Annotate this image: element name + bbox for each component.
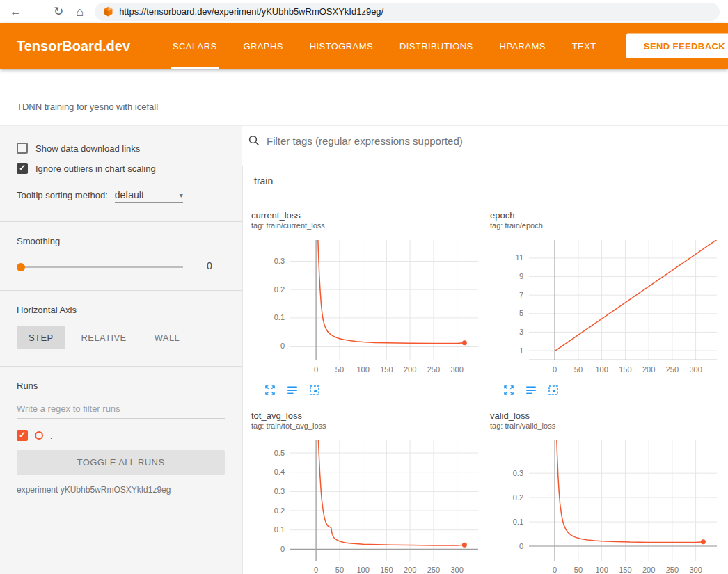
svg-text:100: 100 xyxy=(356,365,369,374)
svg-text:3: 3 xyxy=(519,328,523,336)
runs-filter-input[interactable] xyxy=(17,399,225,419)
axis-button-relative[interactable]: RELATIVE xyxy=(70,326,139,349)
chart-tag: tag: train/valid_loss xyxy=(490,421,727,431)
smoothing-label: Smoothing xyxy=(17,236,225,246)
svg-text:0: 0 xyxy=(280,342,285,350)
run-row[interactable]: . xyxy=(17,430,225,441)
chart-plot-epoch[interactable]: 1357911050100150200250300 xyxy=(490,237,721,378)
horizontal-axis-section: Horizontal Axis STEPRELATIVEWALL xyxy=(17,291,225,366)
main-panel: train current_losstag: train/current_los… xyxy=(242,126,728,574)
ignore-outliers-checkbox[interactable] xyxy=(17,163,28,174)
svg-text:100: 100 xyxy=(356,566,369,574)
svg-text:250: 250 xyxy=(427,566,440,574)
svg-text:50: 50 xyxy=(574,365,583,374)
svg-text:200: 200 xyxy=(404,566,416,574)
chart-title: tot_avg_loss xyxy=(251,410,488,421)
svg-text:0.2: 0.2 xyxy=(274,285,285,294)
tooltip-sorting-row: Tooltip sorting method: default ▾ xyxy=(17,189,225,203)
svg-text:300: 300 xyxy=(689,566,702,574)
experiment-description-bar: TDNN training for yesno with icefall xyxy=(0,69,728,125)
fit-domain-icon[interactable] xyxy=(308,384,321,397)
tab-histograms[interactable]: HISTOGRAMS xyxy=(296,23,386,69)
chart-plot-tot_avg_loss[interactable]: 00.10.20.30.40.5050100150200250300 xyxy=(251,437,482,574)
train-card: train current_losstag: train/current_los… xyxy=(242,166,728,574)
show-download-links-label: Show data download links xyxy=(35,143,140,154)
svg-text:11: 11 xyxy=(516,253,523,262)
svg-text:0: 0 xyxy=(280,545,285,553)
chart-card-current_loss: current_losstag: train/current_loss00.10… xyxy=(251,210,488,397)
run-checkbox[interactable] xyxy=(17,430,28,441)
reload-icon[interactable]: ↻ xyxy=(54,6,63,17)
chart-tag: tag: train/tot_avg_loss xyxy=(251,421,488,431)
chart-toolbar xyxy=(264,384,488,397)
svg-text:300: 300 xyxy=(450,566,463,574)
svg-text:0: 0 xyxy=(314,365,318,374)
svg-text:0: 0 xyxy=(314,566,318,574)
chart-tag: tag: train/current_loss xyxy=(251,221,488,231)
svg-text:50: 50 xyxy=(335,566,344,574)
expand-icon[interactable] xyxy=(503,384,515,397)
home-icon[interactable]: ⌂ xyxy=(76,6,84,18)
filter-tags-input[interactable] xyxy=(267,135,728,147)
axis-button-step[interactable]: STEP xyxy=(17,326,65,349)
charts-grid: current_losstag: train/current_loss00.10… xyxy=(243,196,728,574)
runs-table-icon[interactable] xyxy=(525,384,537,397)
svg-text:200: 200 xyxy=(404,365,416,374)
svg-text:1: 1 xyxy=(519,346,523,355)
svg-text:50: 50 xyxy=(574,566,583,574)
chart-title: valid_loss xyxy=(490,410,727,421)
svg-text:250: 250 xyxy=(427,365,440,374)
tab-distributions[interactable]: DISTRIBUTIONS xyxy=(386,23,486,69)
smoothing-slider-thumb[interactable] xyxy=(17,263,25,271)
tooltip-sorting-dropdown[interactable]: default ▾ xyxy=(115,189,183,203)
axis-button-wall[interactable]: WALL xyxy=(143,326,192,349)
svg-text:0.5: 0.5 xyxy=(274,449,285,457)
runs-table-icon[interactable] xyxy=(286,384,299,397)
browser-chrome: ← ↻ ⌂ https://tensorboard.dev/experiment… xyxy=(0,0,728,23)
chart-plot-valid_loss[interactable]: 00.10.20.3050100150200250300 xyxy=(490,437,721,574)
run-color-swatch xyxy=(35,431,43,440)
ignore-outliers-row[interactable]: Ignore outliers in chart scaling xyxy=(17,163,225,174)
ignore-outliers-label: Ignore outliers in chart scaling xyxy=(35,164,156,174)
run-group-title[interactable]: train xyxy=(243,166,728,196)
send-feedback-button[interactable]: SEND FEEDBACK xyxy=(626,34,728,58)
address-bar[interactable]: https://tensorboard.dev/experiment/yKUbh… xyxy=(95,3,720,21)
horizontal-axis-label: Horizontal Axis xyxy=(17,305,225,315)
fit-domain-icon[interactable] xyxy=(547,384,560,397)
svg-text:5: 5 xyxy=(519,309,523,317)
svg-text:0.1: 0.1 xyxy=(513,518,523,526)
svg-text:0.2: 0.2 xyxy=(513,493,523,502)
settings-sidebar: Show data download links Ignore outliers… xyxy=(0,126,242,574)
svg-text:100: 100 xyxy=(595,566,608,574)
content-area: Show data download links Ignore outliers… xyxy=(0,125,728,574)
show-download-links-checkbox[interactable] xyxy=(17,143,28,154)
app-logo[interactable]: TensorBoard.dev xyxy=(17,38,130,54)
tab-scalars[interactable]: SCALARS xyxy=(159,23,230,69)
chart-title: current_loss xyxy=(251,210,488,221)
tab-text[interactable]: TEXT xyxy=(559,23,610,69)
svg-text:250: 250 xyxy=(666,566,679,574)
chart-card-valid_loss: valid_losstag: train/valid_loss00.10.20.… xyxy=(490,410,727,574)
chart-tag: tag: train/epoch xyxy=(490,221,727,231)
tab-graphs[interactable]: GRAPHS xyxy=(230,23,296,69)
tab-hparams[interactable]: HPARAMS xyxy=(486,23,559,69)
smoothing-value[interactable]: 0 xyxy=(194,260,225,273)
svg-text:0.3: 0.3 xyxy=(513,469,523,477)
svg-text:150: 150 xyxy=(380,365,393,374)
axis-buttons: STEPRELATIVEWALL xyxy=(17,326,225,349)
app-header: TensorBoard.dev SCALARSGRAPHSHISTOGRAMSD… xyxy=(0,23,728,69)
toggle-all-runs-button[interactable]: TOGGLE ALL RUNS xyxy=(17,450,225,475)
expand-icon[interactable] xyxy=(264,384,276,397)
svg-text:0.4: 0.4 xyxy=(274,468,285,476)
svg-text:0: 0 xyxy=(519,542,523,550)
chart-title: epoch xyxy=(490,210,727,221)
chart-plot-current_loss[interactable]: 00.10.20.3050100150200250300 xyxy=(251,237,482,378)
experiment-description: TDNN training for yesno with icefall xyxy=(0,69,728,112)
filter-tags-row xyxy=(242,126,728,154)
show-download-links-row[interactable]: Show data download links xyxy=(17,143,225,154)
svg-text:150: 150 xyxy=(619,566,631,574)
svg-text:150: 150 xyxy=(619,365,631,374)
smoothing-slider[interactable] xyxy=(17,266,183,268)
tooltip-sorting-value: default xyxy=(115,189,144,200)
back-icon[interactable]: ← xyxy=(10,6,22,17)
